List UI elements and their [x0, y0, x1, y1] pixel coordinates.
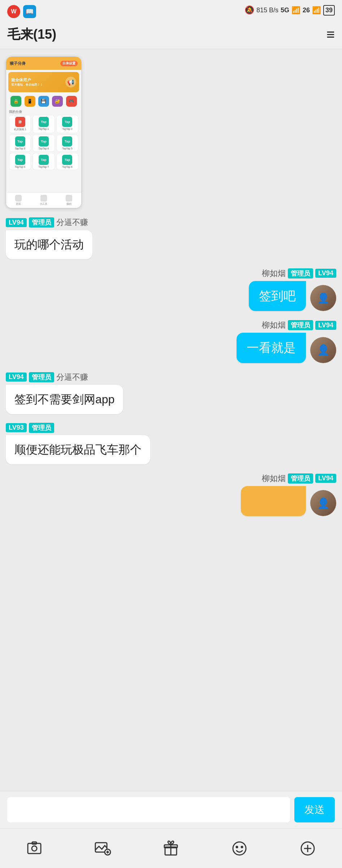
emoji-button[interactable]: [229, 838, 250, 859]
tap-icon: Tap: [62, 155, 72, 165]
speed-text: 815 B/s: [256, 7, 278, 14]
message-bubble-left: 签到不需要剑网app: [6, 385, 237, 414]
message-bubble-left: 玩的哪个活动: [6, 230, 237, 259]
message-input[interactable]: [7, 797, 290, 822]
grid-item: Tap TapTap 1: [33, 115, 55, 133]
battery-indicator: 39: [323, 5, 335, 16]
lv-badge: LV93: [6, 423, 27, 432]
tap-icon: Tap: [39, 117, 49, 127]
grid-item: Tap TapTap 7: [33, 153, 55, 170]
bubble-text: 签到吧: [249, 281, 306, 311]
icon1: 🔒: [10, 96, 21, 107]
bottom-nav-item: 小工具: [40, 195, 47, 206]
admin-badge: 管理员: [288, 473, 313, 484]
bubble-text: 顺便还能玩极品飞车那个: [6, 435, 150, 464]
app-topbar: 猴子分身 分身设置: [6, 57, 81, 70]
grid-item: Tap TapTap 4: [33, 135, 55, 152]
gift-button[interactable]: [161, 838, 181, 859]
bottom-nav-item: 我的: [66, 195, 72, 206]
photo-button[interactable]: [24, 838, 44, 859]
send-button[interactable]: 发送: [294, 797, 335, 822]
app-screenshot: 猴子分身 分身设置 致全体用户 官方通知，务必知悉！！ 📢 🔒 📱 💾: [6, 56, 82, 208]
menu-button[interactable]: ≡: [326, 26, 335, 43]
section-title: 我的分身: [6, 108, 81, 115]
grid-item: Tap TapTap 2: [56, 115, 78, 133]
user-badge: LV94 管理员 柳如烟: [262, 268, 336, 279]
status-right: 🔕 815 B/s 5G 📶 26 📶 39: [244, 5, 335, 16]
list-item: LV94 管理员 柳如烟 一看就是 👤: [6, 320, 336, 363]
tap-icon: Tap: [62, 117, 72, 127]
bubble-text: [241, 486, 306, 516]
bubble-text: 签到不需要剑网app: [6, 385, 123, 414]
admin-badge: 管理员: [29, 217, 54, 227]
status-bar: W 📖 🔕 815 B/s 5G 📶 26 📶 39: [0, 0, 342, 20]
lv-badge: LV94: [315, 321, 336, 330]
chat-title: 毛来(15): [7, 26, 326, 43]
bubble-text: 玩的哪个活动: [6, 230, 92, 259]
list-item: LV94 管理员 分逼不赚 玩的哪个活动: [6, 217, 336, 259]
user-badge: LV94 管理员 柳如烟: [262, 320, 336, 331]
bottom-nav-item: 首页: [15, 195, 22, 206]
app-grid: 游 机关游戏 1 Tap TapTap 1 Tap TapTap 2 Tap: [6, 115, 81, 170]
network-5g: 5G: [281, 7, 289, 14]
avatar-image: 👤: [310, 337, 336, 363]
user-badge: LV94 管理员 分逼不赚: [6, 372, 336, 383]
weibo-icon: W: [7, 5, 20, 18]
icon3: 💾: [38, 96, 49, 107]
tap-icon: Tap: [39, 136, 49, 146]
svg-point-12: [241, 846, 243, 848]
icon5: 🎮: [66, 96, 77, 107]
svg-point-11: [236, 846, 238, 848]
avatar: 👤: [310, 490, 336, 516]
list-item: LV94 管理员 柳如烟 签到吧 👤: [6, 268, 336, 311]
username: 柳如烟: [262, 320, 286, 331]
icon4: 🔐: [52, 96, 63, 107]
grid-item: Tap TapTap 6: [9, 153, 31, 170]
admin-badge: 管理员: [288, 320, 313, 330]
avatar: 👤: [310, 285, 336, 311]
tap-icon: Tap: [62, 136, 72, 146]
username: 柳如烟: [262, 268, 286, 279]
username: 柳如烟: [262, 473, 286, 484]
app-banner: 致全体用户 官方通知，务必知悉！！ 📢: [8, 72, 79, 92]
message-row-right: 签到吧 👤: [249, 281, 336, 311]
list-item: LV93 管理员 顺便还能玩极品飞车那个: [6, 423, 336, 464]
avatar-image: 👤: [310, 285, 336, 311]
avatar: 👤: [310, 337, 336, 363]
svg-point-1: [32, 846, 37, 851]
username: 分逼不赚: [56, 217, 88, 228]
tap-icon: Tap: [15, 136, 25, 146]
message-row-right: 👤: [241, 486, 336, 516]
grid-item: Tap TapTap 3: [9, 135, 31, 152]
svg-rect-0: [28, 843, 41, 854]
app-icons-row: 🔒 📱 💾 🔐 🎮: [6, 94, 81, 108]
user-badge: LV93 管理员: [6, 423, 336, 433]
app-name: 猴子分身: [10, 61, 26, 66]
list-item: LV94 管理员 分逼不赚 签到不需要剑网app: [6, 372, 336, 414]
image-add-button[interactable]: [92, 838, 113, 859]
mute-icon: 🔕: [244, 5, 254, 15]
status-icons-left: W 📖: [7, 5, 36, 18]
admin-badge: 管理员: [29, 372, 54, 382]
lv-badge: LV94: [6, 373, 27, 382]
user-badge: LV94 管理员 分逼不赚: [6, 217, 336, 228]
grid-item: 游 机关游戏 1: [9, 115, 31, 133]
avatar-image: 👤: [310, 490, 336, 516]
lv-badge: LV94: [6, 218, 27, 227]
book-icon: 📖: [23, 5, 36, 18]
admin-badge: 管理员: [29, 423, 54, 433]
message-bubble-left: 顺便还能玩极品飞车那个: [6, 435, 237, 464]
grid-item: Tap TapTap 8: [56, 153, 78, 170]
signal-icon: 📶: [291, 6, 300, 14]
tap-icon: Tap: [39, 155, 49, 165]
chat-area: 猴子分身 分身设置 致全体用户 官方通知，务必知悉！！ 📢 🔒 📱 💾: [0, 49, 342, 791]
username: 分逼不赚: [56, 372, 88, 383]
list-item: LV94 管理员 柳如烟 👤: [6, 473, 336, 516]
app-bottombar: 首页 小工具 我的: [6, 192, 81, 208]
lv-badge: LV94: [315, 269, 336, 278]
input-bar: 发送: [0, 791, 342, 828]
lv-badge: LV94: [315, 474, 336, 483]
admin-badge: 管理员: [288, 268, 313, 278]
user-badge: LV94 管理员 柳如烟: [262, 473, 336, 484]
plus-button[interactable]: [298, 838, 318, 859]
